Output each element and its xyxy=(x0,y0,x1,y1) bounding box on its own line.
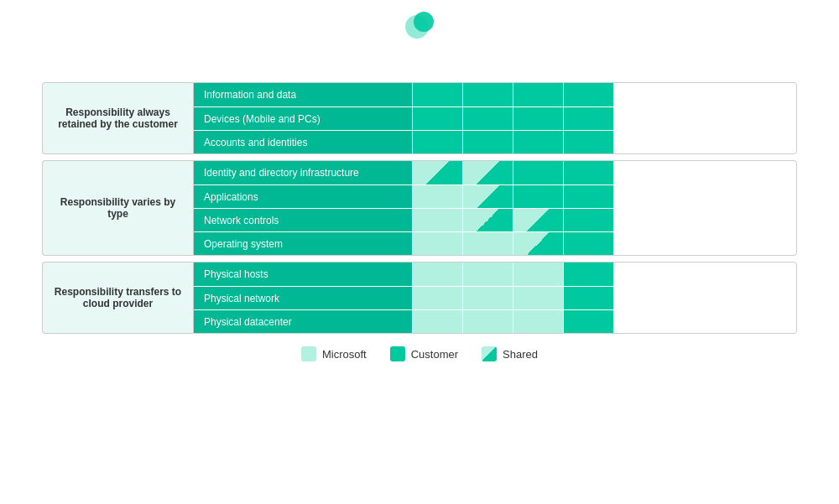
row-label: Applications xyxy=(194,185,412,208)
cell-customer xyxy=(412,131,462,153)
cell-customer xyxy=(563,232,613,255)
row-label: Physical hosts xyxy=(194,262,412,286)
table-row: Physical datacenter xyxy=(194,309,796,333)
table-row: Physical network xyxy=(194,286,796,309)
cell-customer xyxy=(563,287,613,309)
logo-icon xyxy=(399,8,440,40)
cell-shared xyxy=(513,209,563,231)
cell-microsoft xyxy=(462,287,513,309)
section-varies: Responsibility varies by typeIdentity an… xyxy=(42,160,797,256)
row-label: Physical datacenter xyxy=(194,310,412,333)
cell-microsoft xyxy=(412,287,462,309)
row-label: Operating system xyxy=(194,232,412,255)
cell-microsoft xyxy=(462,310,513,333)
table-area xyxy=(42,55,797,82)
cell-customer xyxy=(563,185,613,208)
cell-customer xyxy=(513,83,563,107)
legend-item-microsoft: Microsoft xyxy=(301,346,367,361)
legend-label-microsoft: Microsoft xyxy=(322,348,367,361)
cell-microsoft xyxy=(412,232,462,255)
row-label: Network controls xyxy=(194,209,412,231)
cell-microsoft xyxy=(412,310,462,333)
cell-customer xyxy=(563,131,613,153)
table-row: Devices (Mobile and PCs) xyxy=(194,107,796,130)
cell-customer xyxy=(563,262,613,286)
cell-microsoft xyxy=(412,185,462,208)
cell-shared xyxy=(462,185,513,208)
legend-label-customer: Customer xyxy=(411,348,458,361)
cell-customer xyxy=(462,107,513,130)
main-content: Responsibility always retained by the cu… xyxy=(17,55,822,361)
row-label: Physical network xyxy=(194,287,412,309)
row-label: Accounts and identities xyxy=(194,131,412,153)
section-transfers: Responsibility transfers to cloud provid… xyxy=(42,262,797,334)
table-row: Network controls xyxy=(194,208,796,231)
table-row: Applications xyxy=(194,184,796,208)
cell-microsoft xyxy=(462,232,513,255)
table-row: Operating system xyxy=(194,231,796,255)
section-label-always: Responsibility always retained by the cu… xyxy=(42,82,193,154)
rows-area-transfers: Physical hostsPhysical networkPhysical d… xyxy=(193,262,797,334)
right-table xyxy=(193,55,797,58)
cell-microsoft xyxy=(513,262,563,286)
svg-point-1 xyxy=(414,12,434,32)
legend-item-customer: Customer xyxy=(390,346,458,361)
cell-customer xyxy=(513,185,563,208)
legend-label-shared: Shared xyxy=(503,348,538,361)
cell-customer xyxy=(563,107,613,130)
cell-microsoft xyxy=(412,262,462,286)
cell-customer xyxy=(412,83,462,107)
cell-microsoft xyxy=(412,209,462,231)
rows-area-always: Information and dataDevices (Mobile and … xyxy=(193,82,797,154)
cell-customer xyxy=(462,131,513,153)
cell-customer xyxy=(563,209,613,231)
cell-customer xyxy=(563,310,613,333)
cell-shared xyxy=(462,209,513,231)
header xyxy=(399,8,440,42)
cell-microsoft xyxy=(513,310,563,333)
row-label: Devices (Mobile and PCs) xyxy=(194,107,412,130)
legend-box-microsoft xyxy=(301,346,316,361)
cell-microsoft xyxy=(462,262,513,286)
legend-item-shared: Shared xyxy=(482,346,538,361)
cell-shared xyxy=(462,161,513,184)
cell-customer xyxy=(513,131,563,153)
row-label: Information and data xyxy=(194,83,412,107)
cell-customer xyxy=(513,107,563,130)
cell-shared xyxy=(412,161,462,184)
row-label: Identity and directory infrastructure xyxy=(194,161,412,184)
section-label-transfers: Responsibility transfers to cloud provid… xyxy=(42,262,193,334)
cell-customer xyxy=(513,161,563,184)
legend: MicrosoftCustomerShared xyxy=(301,346,538,361)
table-row: Identity and directory infrastructure xyxy=(194,161,796,184)
cell-customer xyxy=(462,83,513,107)
page: Responsibility always retained by the cu… xyxy=(0,0,839,504)
section-always: Responsibility always retained by the cu… xyxy=(42,82,797,154)
sections-container: Responsibility always retained by the cu… xyxy=(42,82,797,336)
cell-customer xyxy=(412,107,462,130)
cell-customer xyxy=(563,83,613,107)
legend-box-shared xyxy=(482,346,497,361)
cell-shared xyxy=(513,232,563,255)
table-row: Accounts and identities xyxy=(194,130,796,153)
section-label-varies: Responsibility varies by type xyxy=(42,160,193,256)
cell-microsoft xyxy=(513,287,563,309)
table-row: Information and data xyxy=(194,83,796,107)
legend-box-customer xyxy=(390,346,405,361)
cell-customer xyxy=(563,161,613,184)
table-row: Physical hosts xyxy=(194,262,796,286)
rows-area-varies: Identity and directory infrastructureApp… xyxy=(193,160,797,256)
